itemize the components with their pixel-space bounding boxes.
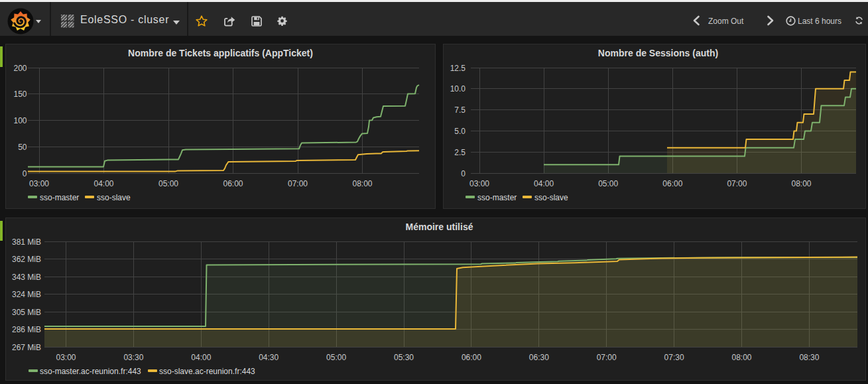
svg-text:381 MiB: 381 MiB (12, 237, 41, 247)
svg-text:05:30: 05:30 (394, 353, 414, 362)
svg-text:7.5: 7.5 (454, 105, 465, 115)
svg-text:50: 50 (18, 143, 27, 152)
svg-text:324 MiB: 324 MiB (12, 290, 41, 299)
svg-text:sso-master: sso-master (40, 193, 79, 202)
svg-text:12.5: 12.5 (450, 64, 466, 73)
svg-text:150: 150 (13, 90, 27, 99)
svg-text:2.5: 2.5 (454, 148, 465, 157)
svg-text:Nombre de Tickets applicatifs: Nombre de Tickets applicatifs (AppTicket… (128, 48, 313, 58)
svg-text:sso-master: sso-master (477, 193, 517, 202)
svg-text:Mémoire utilisé: Mémoire utilisé (406, 222, 473, 232)
svg-text:10.0: 10.0 (450, 84, 466, 94)
svg-text:07:00: 07:00 (597, 353, 617, 362)
svg-text:286 MiB: 286 MiB (12, 325, 41, 334)
svg-text:Nombre de Sessions (auth): Nombre de Sessions (auth) (598, 48, 718, 58)
svg-text:200: 200 (13, 64, 27, 73)
svg-text:sso-master.ac-reunion.fr:443: sso-master.ac-reunion.fr:443 (40, 367, 141, 376)
svg-text:04:00: 04:00 (93, 179, 113, 188)
svg-text:0: 0 (23, 169, 27, 178)
svg-text:03:30: 03:30 (123, 353, 143, 362)
svg-text:04:00: 04:00 (534, 179, 554, 188)
svg-text:362 MiB: 362 MiB (12, 255, 41, 264)
svg-text:sso-slave: sso-slave (534, 193, 568, 202)
svg-text:04:30: 04:30 (259, 353, 279, 362)
svg-text:06:30: 06:30 (529, 353, 549, 362)
svg-text:03:00: 03:00 (29, 179, 49, 188)
svg-text:267 MiB: 267 MiB (12, 343, 41, 352)
svg-text:03:00: 03:00 (56, 353, 76, 362)
svg-text:03:00: 03:00 (469, 179, 489, 188)
svg-text:5.0: 5.0 (454, 127, 465, 136)
svg-text:08:00: 08:00 (791, 179, 811, 188)
svg-text:08:00: 08:00 (352, 179, 372, 188)
svg-text:07:00: 07:00 (288, 179, 308, 188)
svg-text:06:00: 06:00 (462, 353, 481, 362)
svg-text:343 MiB: 343 MiB (12, 273, 41, 282)
svg-text:0: 0 (461, 169, 465, 178)
svg-text:sso-slave: sso-slave (97, 193, 131, 202)
svg-text:06:00: 06:00 (223, 179, 243, 188)
svg-text:07:30: 07:30 (664, 353, 684, 362)
svg-text:04:00: 04:00 (191, 353, 211, 362)
svg-text:05:00: 05:00 (326, 353, 346, 362)
svg-text:07:00: 07:00 (727, 179, 747, 188)
svg-text:305 MiB: 305 MiB (12, 308, 41, 317)
svg-text:08:00: 08:00 (731, 353, 751, 362)
svg-text:08:30: 08:30 (799, 353, 819, 362)
svg-text:06:00: 06:00 (662, 179, 682, 188)
svg-text:100: 100 (13, 116, 27, 125)
svg-text:sso-slave.ac-reunion.fr:443: sso-slave.ac-reunion.fr:443 (159, 367, 255, 376)
svg-text:05:00: 05:00 (158, 179, 178, 188)
svg-text:05:00: 05:00 (598, 179, 618, 188)
